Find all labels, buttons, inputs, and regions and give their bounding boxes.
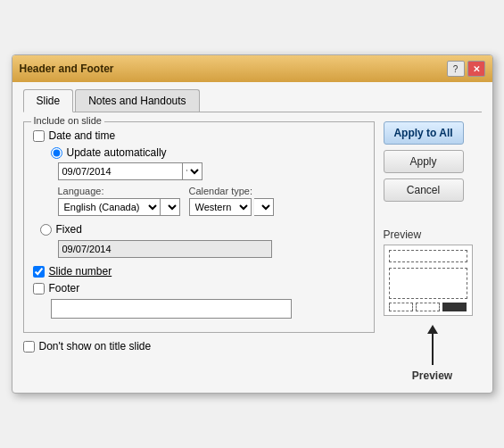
date-time-checkbox[interactable] (33, 130, 45, 142)
preview-footer-right (442, 303, 467, 311)
calendar-label: Calendar type: (189, 186, 274, 196)
include-on-slide-group: Include on slide Date and time Update au… (23, 121, 375, 333)
slide-number-label[interactable]: Slide number (49, 265, 112, 278)
preview-footer-area (389, 303, 467, 311)
date-time-row: Date and time (33, 129, 365, 142)
calendar-select-row: Western ▾ (189, 198, 274, 216)
dont-show-checkbox[interactable] (23, 341, 35, 353)
preview-arrow (384, 325, 482, 365)
preview-label: Preview (384, 228, 482, 241)
preview-content (389, 268, 467, 299)
footer-input-row (33, 299, 365, 319)
footer-checkbox[interactable] (33, 283, 45, 295)
preview-box (384, 245, 473, 316)
preview-footer-left (389, 303, 413, 311)
tab-slide[interactable]: Slide (23, 89, 74, 112)
preview-footer-center (416, 303, 440, 311)
group-label: Include on slide (31, 115, 104, 126)
close-button[interactable]: ✕ (467, 61, 485, 77)
apply-button[interactable]: Apply (384, 150, 464, 173)
left-panel: Include on slide Date and time Update au… (23, 121, 375, 382)
cancel-button[interactable]: Cancel (384, 178, 464, 202)
apply-to-all-button[interactable]: Apply to All (384, 121, 464, 145)
fixed-row: Fixed (33, 223, 365, 236)
fixed-input-row (33, 240, 365, 258)
date-time-label[interactable]: Date and time (49, 129, 116, 142)
language-select-row: English (Canada) ▾ (58, 198, 180, 216)
language-select[interactable]: English (Canada) (58, 198, 161, 216)
calendar-select[interactable]: Western (189, 198, 252, 216)
lang-cal-row: Language: English (Canada) ▾ (33, 186, 365, 216)
slide-number-checkbox[interactable] (33, 266, 45, 278)
update-auto-radio[interactable] (51, 147, 62, 159)
title-bar-controls: ? ✕ (447, 61, 485, 77)
dialog-body: Slide Notes and Handouts Include on slid… (12, 82, 492, 393)
arrow-head (427, 325, 438, 334)
tab-notes-handouts[interactable]: Notes and Handouts (75, 89, 199, 112)
language-group: Language: English (Canada) ▾ (58, 186, 180, 216)
slide-number-row: Slide number (33, 265, 365, 278)
dialog-title: Header and Footer (20, 62, 114, 75)
fixed-label[interactable]: Fixed (56, 223, 82, 236)
footer-row: Footer (33, 282, 365, 295)
footer-label[interactable]: Footer (49, 282, 80, 295)
footer-input[interactable] (51, 299, 292, 319)
tabs-container: Slide Notes and Handouts (23, 89, 482, 112)
help-button[interactable]: ? (447, 61, 465, 77)
fixed-date-input[interactable] (58, 240, 272, 258)
preview-slide (384, 245, 472, 315)
date-input[interactable] (58, 162, 183, 180)
language-label: Language: (58, 186, 180, 196)
right-panel: Apply to All Apply Cancel Preview (384, 121, 482, 382)
content-area: Include on slide Date and time Update au… (23, 121, 482, 382)
language-dropdown[interactable]: ▾ (161, 198, 180, 216)
fixed-radio[interactable] (40, 224, 52, 236)
title-bar: Header and Footer ? ✕ (12, 55, 492, 82)
update-auto-row: Update automatically (33, 146, 365, 159)
date-dropdown-row: ▾ (33, 162, 365, 180)
preview-section: Preview (384, 225, 482, 382)
dont-show-row: Don't show on title slide (23, 340, 375, 353)
update-auto-label[interactable]: Update automatically (67, 146, 167, 159)
dont-show-label[interactable]: Don't show on title slide (39, 340, 152, 353)
date-dropdown-arrow[interactable]: ▾ (183, 162, 202, 180)
calendar-group: Calendar type: Western ▾ (189, 186, 274, 216)
calendar-dropdown[interactable]: ▾ (254, 198, 274, 216)
header-footer-dialog: Header and Footer ? ✕ Slide Notes and Ha… (12, 54, 493, 394)
arrow-line (432, 334, 434, 365)
preview-header (389, 250, 467, 262)
preview-word: Preview (384, 369, 482, 382)
